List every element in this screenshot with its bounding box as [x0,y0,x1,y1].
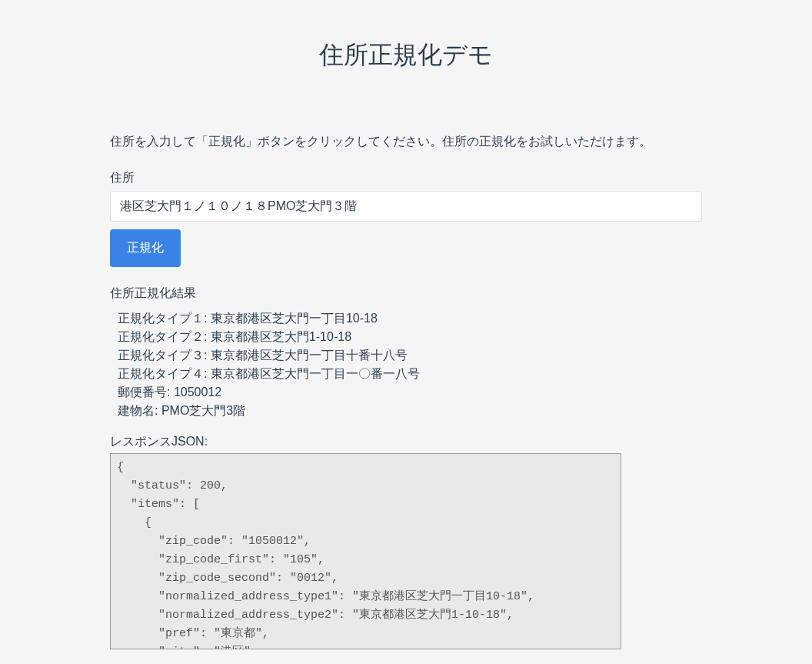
json-label: レスポンスJSON: [110,434,702,450]
instructions-text: 住所を入力して「正規化」ボタンをクリックしてください。住所の正規化をお試しいただ… [110,134,702,150]
result-item: 正規化タイプ１: 東京都港区芝大門一丁目10-18 [118,309,702,328]
response-json-textarea[interactable] [110,453,621,649]
address-label: 住所 [110,170,702,186]
normalize-button[interactable]: 正規化 [110,229,181,267]
result-item: 建物名: PMO芝大門3階 [118,402,702,420]
result-header: 住所正規化結果 [110,285,702,302]
page-title: 住所正規化デモ [110,38,702,72]
result-item: 正規化タイプ２: 東京都港区芝大門1-10-18 [118,328,702,346]
result-list: 正規化タイプ１: 東京都港区芝大門一丁目10-18 正規化タイプ２: 東京都港区… [110,309,702,420]
result-item: 正規化タイプ４: 東京都港区芝大門一丁目一〇番一八号 [118,365,702,383]
address-input[interactable] [110,191,702,222]
result-item: 郵便番号: 1050012 [118,383,702,402]
result-item: 正規化タイプ３: 東京都港区芝大門一丁目十番十八号 [118,346,702,365]
